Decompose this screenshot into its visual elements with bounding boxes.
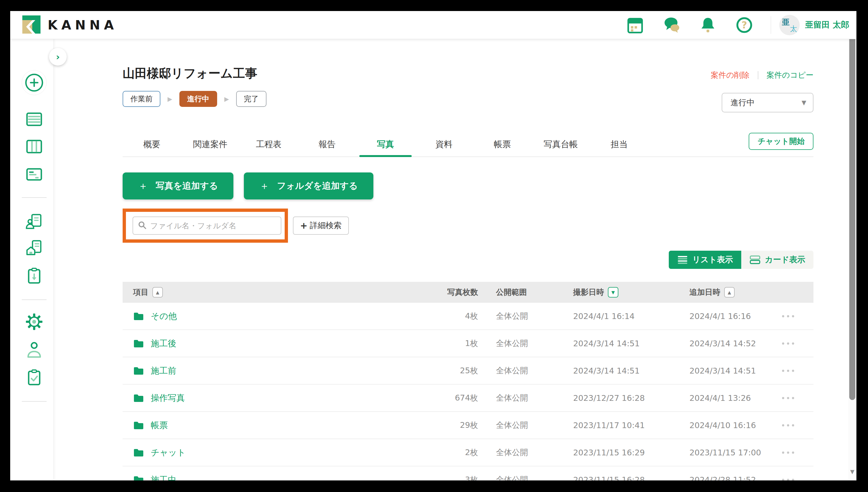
scope: 全体公開 — [478, 420, 555, 431]
table-row: その他 4枚 全体公開 2024/4/1 16:14 2024/4/1 16:1… — [123, 303, 814, 330]
plus-icon: + — [300, 220, 308, 231]
start-chat-button[interactable]: チャット開始 — [749, 133, 814, 150]
calendar-icon[interactable] — [627, 17, 644, 33]
delete-case-link[interactable]: 案件の削除 — [710, 70, 749, 80]
photo-count: 3枚 — [415, 474, 478, 481]
card-view-icon — [749, 255, 761, 264]
sidebar-item-download-icon[interactable] — [25, 267, 43, 286]
folder-icon — [133, 475, 144, 481]
scope: 全体公開 — [478, 365, 555, 376]
tab-forms[interactable]: 帳票 — [473, 132, 532, 156]
list-view-button[interactable]: リスト表示 — [669, 251, 741, 269]
step-before-work[interactable]: 作業前 — [123, 91, 160, 107]
step-done[interactable]: 完了 — [236, 91, 266, 107]
added-date: 2024/2/28 11:52 — [672, 475, 763, 481]
folder-icon — [133, 312, 144, 321]
case-links: 案件の削除 案件のコピー — [710, 70, 814, 80]
sidebar-collapse-button[interactable]: › — [49, 48, 67, 66]
tab-schedule[interactable]: 工程表 — [239, 132, 298, 156]
row-menu-button[interactable] — [763, 397, 814, 399]
main-content: 山田様邸リフォーム工事 案件の削除 案件のコピー 進行中 ▼ 作業前 ▶ 進行中… — [53, 39, 857, 481]
add-folder-button[interactable]: ＋ フォルダを追加する — [244, 172, 373, 199]
tab-assignees[interactable]: 担当 — [590, 132, 648, 156]
search-input[interactable] — [150, 221, 271, 230]
folder-link[interactable]: 施工後 — [151, 338, 176, 349]
tab-photos[interactable]: 写真 — [356, 132, 415, 156]
column-added-date: 追加日時 — [690, 287, 720, 297]
brand[interactable]: KANNA — [10, 16, 118, 35]
create-new-button[interactable] — [21, 69, 47, 97]
column-scope: 公開範囲 — [478, 287, 555, 297]
added-date: 2024/3/14 14:52 — [672, 339, 763, 348]
chat-icon[interactable] — [663, 17, 680, 33]
header-actions: ? 亜 太 亜留田 太郎 — [617, 15, 857, 35]
avatar[interactable]: 亜 太 — [779, 15, 800, 35]
scope: 全体公開 — [478, 311, 555, 322]
advanced-search-button[interactable]: + 詳細検索 — [293, 217, 349, 235]
sidebar-item-tasks-icon[interactable] — [25, 369, 43, 387]
highlight-annotation-box — [123, 208, 288, 243]
row-menu-button[interactable] — [763, 424, 814, 426]
sidebar-divider — [22, 197, 47, 198]
sort-asc-icon: ▲ — [728, 290, 731, 295]
step-arrow-icon: ▶ — [224, 96, 229, 102]
folder-icon — [133, 448, 144, 457]
sort-desc-icon: ▼ — [611, 290, 615, 295]
row-menu-button[interactable] — [763, 370, 814, 372]
sidebar-item-project-icon[interactable] — [25, 239, 43, 258]
row-menu-button[interactable] — [763, 451, 814, 454]
row-menu-button[interactable] — [763, 315, 814, 317]
folder-link[interactable]: 施工中 — [151, 474, 176, 481]
scroll-down-icon[interactable]: ▼ — [849, 468, 856, 475]
row-menu-button[interactable] — [763, 479, 814, 481]
tab-reports[interactable]: 報告 — [298, 132, 356, 156]
advanced-search-label: 詳細検索 — [310, 220, 342, 231]
user-name[interactable]: 亜留田 太郎 — [805, 19, 849, 30]
tab-photo-ledger[interactable]: 写真台帳 — [532, 132, 590, 156]
folder-link[interactable]: 施工前 — [151, 365, 176, 376]
status-dropdown[interactable]: 進行中 ▼ — [722, 93, 814, 113]
search-row: + 詳細検索 — [123, 208, 814, 243]
search-box[interactable] — [132, 217, 281, 235]
shot-date: 2024/3/14 14:51 — [555, 366, 672, 375]
table-header: 項目 ▲ 写真枚数 公開範囲 撮影日時 ▼ 追加日時 ▲ — [123, 282, 814, 303]
sort-added-date-button[interactable]: ▲ — [724, 287, 734, 297]
scope: 全体公開 — [478, 338, 555, 349]
tab-documents[interactable]: 資料 — [415, 132, 473, 156]
table-row: 帳票 29枚 全体公開 2023/11/17 10:41 2024/4/10 1… — [123, 412, 814, 439]
scope: 全体公開 — [478, 474, 555, 481]
sidebar-item-profile-icon[interactable] — [25, 341, 43, 360]
shot-date: 2024/4/1 16:14 — [555, 312, 672, 321]
folder-icon — [133, 393, 144, 403]
folder-link[interactable]: 操作写真 — [151, 392, 185, 404]
chevron-right-icon: › — [56, 51, 60, 62]
sort-item-button[interactable]: ▲ — [152, 287, 163, 297]
bell-icon[interactable] — [700, 17, 716, 33]
shot-date: 2024/3/14 14:51 — [555, 339, 672, 348]
row-menu-button[interactable] — [763, 342, 814, 345]
sidebar-item-list-icon[interactable] — [25, 112, 43, 128]
help-icon[interactable]: ? — [736, 17, 752, 33]
table-row: 施工前 25枚 全体公開 2024/3/14 14:51 2024/3/14 1… — [123, 357, 814, 385]
sidebar-divider — [22, 299, 47, 300]
sidebar-item-settings-gear-icon[interactable] — [25, 313, 43, 332]
sort-shot-date-button[interactable]: ▼ — [608, 287, 618, 297]
action-buttons: ＋ 写真を追加する ＋ フォルダを追加する — [123, 172, 814, 199]
sidebar-item-customer-icon[interactable] — [25, 213, 43, 231]
tab-overview[interactable]: 概要 — [123, 132, 181, 156]
scrollbar-thumb[interactable] — [849, 16, 855, 400]
sidebar-item-report-icon[interactable] — [25, 167, 43, 183]
table-row: 施工後 1枚 全体公開 2024/3/14 14:51 2024/3/14 14… — [123, 330, 814, 357]
step-in-progress[interactable]: 進行中 — [179, 91, 217, 107]
folder-link[interactable]: チャット — [151, 447, 186, 459]
add-photo-button[interactable]: ＋ 写真を追加する — [123, 172, 234, 199]
column-item: 項目 — [133, 287, 148, 297]
folder-link[interactable]: その他 — [151, 311, 177, 322]
page-title: 山田様邸リフォーム工事 — [123, 66, 814, 80]
folder-link[interactable]: 帳票 — [151, 420, 168, 431]
card-view-button[interactable]: カード表示 — [741, 251, 814, 269]
sidebar: › — [10, 39, 53, 481]
tab-related-cases[interactable]: 関連案件 — [181, 132, 239, 156]
sidebar-item-board-icon[interactable] — [25, 139, 43, 155]
copy-case-link[interactable]: 案件のコピー — [767, 70, 814, 80]
